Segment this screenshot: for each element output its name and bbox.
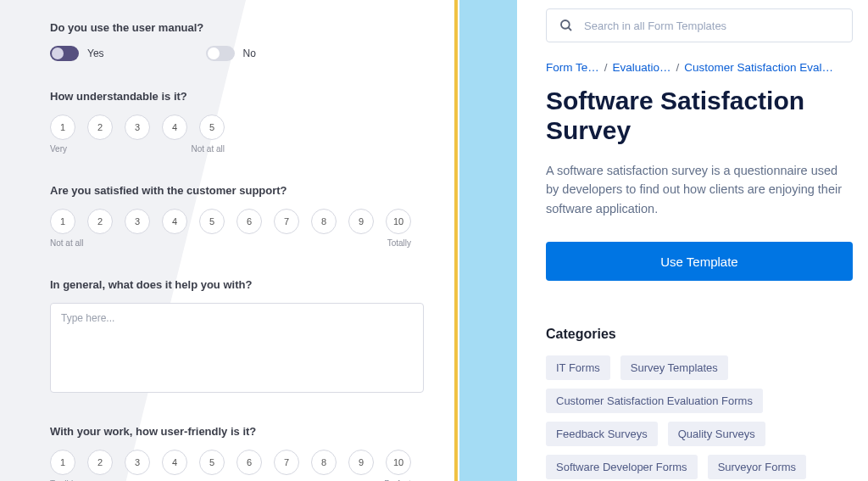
page-title: Software Satisfaction Survey (546, 86, 853, 146)
breadcrumb: Form Te… / Evaluatio… / Customer Satisfa… (546, 61, 853, 74)
scale-option-1[interactable]: 1 (50, 450, 75, 475)
scale-option-7[interactable]: 7 (274, 450, 299, 475)
scale-option-3[interactable]: 3 (125, 209, 150, 234)
scale-option-2[interactable]: 2 (87, 115, 113, 140)
category-tag[interactable]: Survey Templates (620, 355, 728, 380)
categories-heading: Categories (546, 327, 853, 342)
scale-option-1[interactable]: 1 (50, 115, 75, 140)
scale-option-3[interactable]: 3 (125, 450, 150, 475)
svg-line-1 (568, 27, 571, 31)
scale-label-right: Not at all (192, 144, 225, 154)
scale-option-10[interactable]: 10 (386, 209, 411, 234)
question-help-with: In general, what does it help you with? (50, 278, 424, 396)
question-user-manual: Do you use the user manual? Yes No (50, 21, 424, 61)
question-text: Are you satisfied with the customer supp… (50, 184, 424, 197)
scale-1-5: 12345 (50, 115, 225, 140)
scale-option-4[interactable]: 4 (162, 450, 187, 475)
scale-option-9[interactable]: 9 (348, 450, 374, 475)
search-box[interactable] (546, 8, 853, 42)
category-tag[interactable]: Feedback Surveys (546, 422, 658, 446)
category-tag[interactable]: IT Forms (546, 355, 610, 380)
question-text: With your work, how user-friendly is it? (50, 425, 424, 438)
crumb-form-templates[interactable]: Form Te… (546, 61, 599, 74)
help-textarea[interactable] (50, 303, 424, 393)
question-support: Are you satisfied with the customer supp… (50, 184, 424, 249)
scale-option-3[interactable]: 3 (125, 115, 150, 140)
category-tag[interactable]: Customer Satisfaction Evaluation Forms (546, 389, 763, 413)
scale-option-6[interactable]: 6 (236, 450, 262, 475)
scale-option-5[interactable]: 5 (199, 115, 225, 140)
scale-option-4[interactable]: 4 (162, 209, 187, 234)
question-text: In general, what does it help you with? (50, 278, 424, 291)
scale-label-left: Very (50, 144, 67, 154)
scale-option-7[interactable]: 7 (274, 209, 299, 234)
scale-option-8[interactable]: 8 (311, 450, 337, 475)
scale-1-10: 12345678910 (50, 209, 411, 234)
search-input[interactable] (584, 20, 840, 32)
template-description: A software satisfaction survey is a ques… (546, 161, 853, 218)
scale-1-10: 12345678910 (50, 450, 411, 475)
toggle-yes[interactable] (50, 46, 79, 61)
scale-option-5[interactable]: 5 (199, 450, 225, 475)
category-tag[interactable]: Quality Surveys (668, 422, 765, 446)
form-body: Do you use the user manual? Yes No How u… (20, 0, 517, 481)
form-preview-pane[interactable]: Do you use the user manual? Yes No How u… (0, 0, 517, 481)
crumb-sep: / (676, 61, 680, 74)
scale-option-1[interactable]: 1 (50, 209, 75, 234)
scale-option-2[interactable]: 2 (87, 209, 113, 234)
template-sidebar: Form Te… / Evaluatio… / Customer Satisfa… (517, 0, 868, 481)
scale-option-6[interactable]: 6 (236, 209, 262, 234)
svg-point-0 (561, 20, 570, 29)
use-template-button[interactable]: Use Template (546, 242, 853, 281)
question-text: How understandable is it? (50, 90, 424, 103)
question-text: Do you use the user manual? (50, 21, 424, 34)
scale-label-left: Not at all (50, 238, 83, 248)
scale-option-10[interactable]: 10 (386, 450, 411, 475)
toggle-yes-label: Yes (87, 48, 104, 59)
crumb-customer-satisfaction[interactable]: Customer Satisfaction Eval… (684, 61, 833, 74)
question-user-friendly: With your work, how user-friendly is it?… (50, 425, 424, 481)
category-tag[interactable]: Surveyor Forms (708, 455, 806, 479)
scale-option-4[interactable]: 4 (162, 115, 187, 140)
search-icon (559, 18, 574, 33)
category-tags: IT FormsSurvey TemplatesCustomer Satisfa… (546, 355, 853, 479)
crumb-evaluation[interactable]: Evaluatio… (613, 61, 671, 74)
scale-option-8[interactable]: 8 (311, 209, 337, 234)
scale-label-right: Totally (387, 238, 411, 248)
crumb-sep: / (604, 61, 608, 74)
category-tag[interactable]: Software Developer Forms (546, 455, 698, 479)
scale-option-9[interactable]: 9 (348, 209, 374, 234)
toggle-no-label: No (243, 48, 256, 59)
question-understandable: How understandable is it? 12345 Very Not… (50, 90, 424, 155)
toggle-no[interactable] (206, 46, 235, 61)
scale-option-5[interactable]: 5 (199, 209, 225, 234)
scale-option-2[interactable]: 2 (87, 450, 113, 475)
